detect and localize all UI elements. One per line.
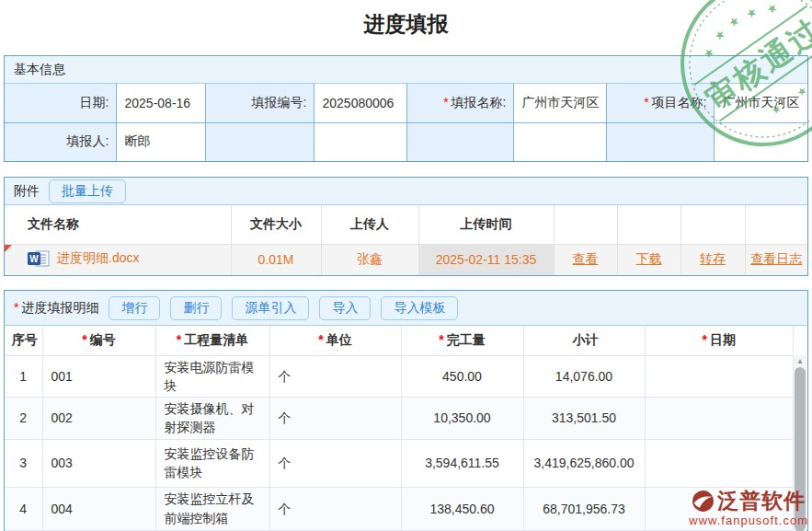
basic-info-grid: 日期: 2025-08-16 填报编号: 2025080006 *填报名称: 广… xyxy=(5,84,807,161)
code-cell[interactable]: 001 xyxy=(42,355,155,398)
basic-info-panel: 基本信息 日期: 2025-08-16 填报编号: 2025080006 *填报… xyxy=(4,55,808,162)
required-mark: * xyxy=(703,332,707,347)
subtotal-cell: 14,076.00 xyxy=(523,355,645,398)
code-cell[interactable]: 004 xyxy=(42,487,155,530)
delete-row-button[interactable]: 删行 xyxy=(170,296,222,320)
col-file-name: 文件名称 xyxy=(5,205,231,244)
fanpu-logo-icon xyxy=(692,490,715,513)
file-name-link[interactable]: 进度明细.docx xyxy=(57,250,139,267)
date-label: 日期: xyxy=(5,84,116,122)
svg-text:W: W xyxy=(29,254,39,264)
report-name-label: *填报名称: xyxy=(406,84,513,122)
boq-cell[interactable]: 安装监控立杆及前端控制箱 xyxy=(155,487,269,530)
qty-cell[interactable]: 3,594,611.55 xyxy=(401,439,523,487)
col-file-size: 文件大小 xyxy=(231,205,321,244)
seq-cell: 2 xyxy=(5,398,42,440)
batch-upload-button[interactable]: 批量上传 xyxy=(49,179,126,203)
empty-value-cell xyxy=(314,122,406,161)
required-mark: * xyxy=(439,332,443,347)
code-cell[interactable]: 003 xyxy=(42,439,155,487)
unit-cell[interactable]: 个 xyxy=(269,355,401,398)
view-link[interactable]: 查看 xyxy=(573,251,599,266)
subtotal-cell: 313,501.50 xyxy=(523,398,645,440)
reporter-label: 填报人: xyxy=(5,122,116,161)
vendor-url: www.fanpusoft.com xyxy=(689,514,808,527)
col-subtotal: 小计 xyxy=(523,326,645,355)
save-as-link[interactable]: 转存 xyxy=(700,251,726,266)
empty-label-cell xyxy=(606,122,714,161)
upload-time-value: 2025-02-11 15:35 xyxy=(418,244,554,275)
download-link[interactable]: 下载 xyxy=(636,251,662,266)
date-cell[interactable] xyxy=(645,439,794,487)
boq-cell[interactable]: 安装摄像机、对射探测器 xyxy=(155,398,269,440)
file-size-value: 0.01M xyxy=(231,244,321,275)
col-code: *编号 xyxy=(42,326,155,355)
scroll-up-icon[interactable]: ▲ xyxy=(794,355,806,367)
code-cell[interactable]: 002 xyxy=(42,398,155,440)
empty-label-cell xyxy=(205,122,314,161)
report-name-field[interactable]: 广州市天河区 xyxy=(513,84,606,122)
required-mark: * xyxy=(443,95,448,110)
col-uploader: 上传人 xyxy=(321,205,418,244)
unit-cell[interactable]: 个 xyxy=(269,398,401,440)
boq-cell[interactable]: 安装电源防雷模块 xyxy=(155,355,269,398)
reporter-field[interactable]: 断郎 xyxy=(116,122,205,161)
date-cell[interactable] xyxy=(645,398,794,440)
seq-cell: 1 xyxy=(5,355,42,398)
qty-cell[interactable]: 10,350.00 xyxy=(401,398,523,440)
required-mark: * xyxy=(82,332,86,347)
required-mark: * xyxy=(177,332,181,347)
unit-cell[interactable]: 个 xyxy=(269,487,401,530)
seq-cell: 4 xyxy=(5,487,42,530)
col-action xyxy=(554,205,617,244)
col-boq: *工程量清单 xyxy=(155,326,269,355)
table-row: 3 003 安装监控设备防雷模块 个 3,594,611.55 3,419,62… xyxy=(5,439,794,487)
view-log-link[interactable]: 查看日志 xyxy=(750,251,802,266)
basic-info-section-title: 基本信息 xyxy=(14,62,65,78)
empty-label-cell xyxy=(406,122,513,161)
subtotal-cell: 3,419,625,860.00 xyxy=(523,439,645,487)
import-button[interactable]: 导入 xyxy=(319,296,371,320)
add-row-button[interactable]: 增行 xyxy=(109,296,160,320)
col-unit: *单位 xyxy=(269,326,401,355)
report-no-label: 填报编号: xyxy=(205,84,314,122)
subtotal-cell: 68,701,956.73 xyxy=(523,487,645,530)
col-seq: 序号 xyxy=(5,326,42,355)
table-row: 1 001 安装电源防雷模块 个 450.00 14,076.00 xyxy=(5,355,794,398)
empty-value-cell xyxy=(714,122,807,161)
col-action xyxy=(745,205,807,244)
required-mark: * xyxy=(14,300,18,315)
attachments-table: 文件名称 文件大小 上传人 上传时间 xyxy=(5,205,807,275)
col-action xyxy=(617,205,680,244)
boq-cell[interactable]: 安装监控设备防雷模块 xyxy=(155,439,269,487)
progress-detail-table: 序号 *编号 *工程量清单 *单位 *完工量 小计 *日期 1 001 安装电源… xyxy=(5,326,794,531)
qty-cell[interactable]: 138,450.60 xyxy=(401,487,523,530)
attachment-row: W 进度明细.docx 0.01M 张鑫 2025-02-11 15:35 查看… xyxy=(5,244,807,275)
detail-section-title: *进度填报明细 xyxy=(14,300,98,317)
qty-cell[interactable]: 450.00 xyxy=(401,355,523,398)
date-cell[interactable] xyxy=(645,355,794,398)
unit-cell[interactable]: 个 xyxy=(269,439,401,487)
table-row: 2 002 安装摄像机、对射探测器 个 10,350.00 313,501.50 xyxy=(5,398,794,440)
report-no-field[interactable]: 2025080006 xyxy=(314,84,406,122)
empty-value-cell xyxy=(513,122,606,161)
col-date: *日期 xyxy=(645,326,794,355)
col-action xyxy=(680,205,745,244)
seq-cell: 3 xyxy=(5,439,42,487)
source-import-button[interactable]: 源单引入 xyxy=(232,296,309,320)
project-name-label: *项目名称: xyxy=(606,84,714,122)
vendor-name: 泛普软件 xyxy=(717,491,806,512)
date-field[interactable]: 2025-08-16 xyxy=(116,84,205,122)
uploader-value: 张鑫 xyxy=(321,244,418,275)
required-mark: * xyxy=(318,332,323,347)
attachments-panel: 附件 批量上传 文件名称 文件大小 上传人 上传时间 xyxy=(4,177,808,276)
import-template-button[interactable]: 导入模板 xyxy=(381,296,458,320)
table-row: 4 004 安装监控立杆及前端控制箱 个 138,450.60 68,701,9… xyxy=(5,487,794,530)
progress-detail-panel: *进度填报明细 增行 删行 源单引入 导入 导入模板 序号 *编号 *工程量清单… xyxy=(4,290,808,531)
col-upload-time: 上传时间 xyxy=(418,205,554,244)
col-completed-qty: *完工量 xyxy=(401,326,523,355)
vendor-watermark: 泛普软件 www.fanpusoft.com xyxy=(689,490,808,527)
project-name-field[interactable]: 广州市天河区 xyxy=(714,84,807,122)
row-corner-marker xyxy=(5,245,12,252)
attachments-section-title: 附件 xyxy=(14,183,40,200)
